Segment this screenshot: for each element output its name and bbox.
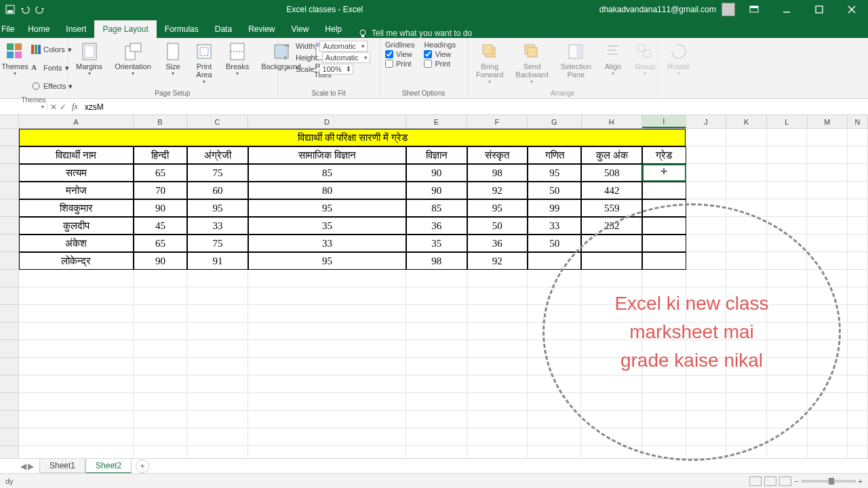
zoom-in-button[interactable]: +	[859, 477, 863, 485]
cell[interactable]	[807, 129, 848, 146]
cell[interactable]: ✛	[642, 164, 686, 182]
cell[interactable]	[642, 411, 686, 428]
cell[interactable]: 75	[187, 235, 248, 252]
cell[interactable]	[767, 323, 808, 340]
breaks-button[interactable]: Breaks▾	[223, 41, 252, 78]
cell[interactable]	[406, 428, 467, 446]
cell[interactable]	[642, 375, 686, 393]
cell[interactable]	[406, 305, 467, 323]
cell[interactable]: 50	[528, 235, 582, 252]
cell[interactable]	[686, 393, 727, 411]
sheet-tab-1[interactable]: Sheet1	[39, 459, 85, 473]
col-J[interactable]: J	[686, 115, 727, 128]
cell[interactable]	[726, 182, 767, 199]
col-F[interactable]: F	[467, 115, 528, 128]
size-button[interactable]: Size▾	[161, 41, 185, 78]
cell[interactable]	[642, 340, 686, 358]
tab-insert[interactable]: Insert	[58, 20, 94, 38]
cell[interactable]	[686, 340, 727, 358]
cell[interactable]: 95	[248, 199, 406, 217]
cell[interactable]: 75	[187, 164, 248, 182]
tell-me[interactable]: Tell me what you want to do	[350, 28, 472, 38]
bring-forward-button[interactable]: Bring Forward▾	[473, 41, 506, 86]
cell[interactable]	[848, 235, 868, 252]
cell[interactable]	[686, 323, 727, 340]
view-break-icon[interactable]	[779, 476, 791, 486]
cell[interactable]	[406, 287, 467, 305]
cell[interactable]: 33	[248, 235, 406, 252]
cell[interactable]	[642, 323, 686, 340]
cell[interactable]	[767, 358, 808, 375]
row-header[interactable]	[0, 129, 19, 146]
header-cell[interactable]	[807, 146, 848, 164]
cell[interactable]: 60	[187, 182, 248, 199]
cell[interactable]	[808, 287, 848, 305]
cell[interactable]	[686, 129, 726, 146]
header-cell[interactable]: हिन्दी	[134, 146, 188, 164]
row-header[interactable]	[0, 411, 19, 428]
redo-icon[interactable]	[34, 3, 46, 16]
cell[interactable]	[848, 305, 868, 323]
cell[interactable]	[807, 235, 848, 252]
cell[interactable]	[642, 358, 686, 375]
cell[interactable]	[406, 323, 467, 340]
cell[interactable]	[19, 340, 134, 358]
cell[interactable]	[848, 164, 868, 182]
cell[interactable]: 50	[528, 182, 582, 199]
row-header[interactable]	[0, 182, 19, 199]
cell[interactable]: 442	[581, 182, 642, 199]
cell[interactable]: 99	[528, 199, 582, 217]
cell[interactable]	[134, 411, 188, 428]
cell[interactable]	[848, 129, 868, 146]
cell[interactable]	[187, 270, 248, 287]
cell[interactable]	[528, 270, 582, 287]
send-backward-button[interactable]: Send Backward▾	[513, 41, 551, 86]
ribbon-display-icon[interactable]	[741, 0, 768, 19]
close-icon[interactable]	[838, 0, 865, 19]
col-N[interactable]: N	[848, 115, 868, 128]
row-header[interactable]	[0, 217, 19, 235]
cell[interactable]	[19, 358, 134, 375]
row-header[interactable]	[0, 287, 19, 305]
cell[interactable]	[726, 252, 767, 270]
cell[interactable]	[406, 411, 467, 428]
cell[interactable]	[642, 182, 686, 199]
cell[interactable]	[187, 323, 248, 340]
cell[interactable]	[726, 270, 767, 287]
header-cell[interactable]: विद्यार्थी नाम	[19, 146, 134, 164]
height-select[interactable]: Automatic	[322, 52, 370, 63]
cell[interactable]	[767, 182, 808, 199]
cell[interactable]: 90	[406, 164, 467, 182]
cell[interactable]	[134, 305, 188, 323]
cell[interactable]: 559	[581, 199, 642, 217]
selection-pane-button[interactable]: Selection Pane	[558, 41, 594, 80]
cell[interactable]	[726, 164, 767, 182]
cell[interactable]	[767, 393, 808, 411]
header-cell[interactable]	[686, 146, 727, 164]
header-cell[interactable]: गणित	[528, 146, 582, 164]
fonts-button[interactable]: AFonts ▾	[31, 59, 73, 77]
print-area-button[interactable]: Print Area▾	[192, 41, 216, 86]
cell[interactable]: 95	[528, 164, 582, 182]
row-header[interactable]	[0, 323, 19, 340]
save-icon[interactable]	[4, 3, 16, 16]
cell[interactable]	[581, 305, 642, 323]
cell[interactable]: कुलदीप	[19, 217, 134, 235]
row-header[interactable]	[0, 199, 19, 217]
colors-button[interactable]: Colors ▾	[31, 41, 73, 58]
cell[interactable]: 98	[406, 252, 467, 270]
width-select[interactable]: Automatic	[319, 41, 368, 52]
cell[interactable]	[808, 270, 848, 287]
cell[interactable]	[19, 411, 134, 428]
cell[interactable]	[848, 199, 868, 217]
sheet-nav-next[interactable]: ▶	[28, 462, 34, 471]
margins-button[interactable]: Margins▾	[73, 41, 105, 78]
cell[interactable]	[528, 428, 582, 446]
header-cell[interactable]	[767, 146, 808, 164]
cell[interactable]	[807, 199, 848, 217]
col-G[interactable]: G	[528, 115, 582, 128]
cell[interactable]	[134, 393, 188, 411]
cell[interactable]	[808, 393, 848, 411]
cell[interactable]	[248, 375, 406, 393]
cell[interactable]	[187, 340, 248, 358]
